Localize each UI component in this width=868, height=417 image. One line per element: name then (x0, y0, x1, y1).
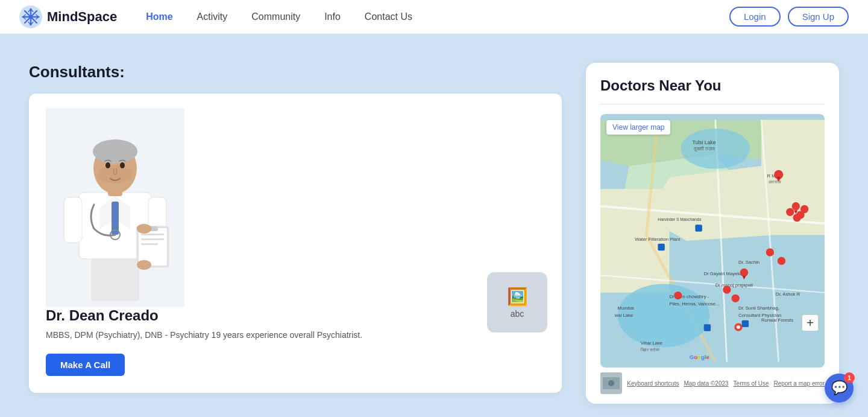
svg-rect-26 (64, 197, 82, 243)
map-zoom-plus-button[interactable]: + (802, 314, 819, 331)
svg-text:Tulsi Lake: Tulsi Lake (693, 139, 716, 145)
navbar: MindSpace Home Activity Community Info C… (0, 0, 868, 34)
svg-text:तुळशी तलाव: तुळशी तलाव (693, 146, 715, 152)
abc-badge: 🖼️ abc (487, 272, 547, 333)
nav-actions: Login Sign Up (729, 7, 849, 27)
nav-community[interactable]: Community (251, 11, 300, 22)
abc-text: abc (511, 309, 524, 319)
terms-of-use-link[interactable]: Terms of Use (734, 380, 769, 387)
svg-point-78 (740, 269, 748, 276)
keyboard-shortcuts-link[interactable]: Keyboard shortcuts (627, 380, 679, 387)
brand: MindSpace (19, 5, 117, 28)
svg-point-76 (766, 248, 774, 256)
doctor-image (46, 108, 184, 307)
svg-point-25 (120, 162, 125, 168)
svg-point-22 (93, 139, 137, 164)
chat-bubble-button[interactable]: 💬 1 (825, 374, 854, 403)
view-larger-map-button[interactable]: View larger map (606, 120, 670, 135)
svg-point-80 (731, 294, 739, 302)
login-button[interactable]: Login (729, 7, 781, 27)
svg-rect-31 (141, 238, 164, 240)
doctor-credentials: MBBS, DPM (Psychiatry), DNB - Psychiatry… (46, 329, 545, 342)
brand-name: MindSpace (47, 9, 117, 25)
svg-point-74 (786, 208, 794, 216)
svg-point-49 (681, 129, 750, 169)
left-column: Consultants: (29, 63, 562, 393)
nav-contact[interactable]: Contact Us (365, 11, 412, 22)
svg-point-77 (778, 257, 785, 265)
map-title: Doctors Near You (600, 77, 825, 94)
svg-text:Harvinder S Manchanda: Harvinder S Manchanda (658, 217, 701, 221)
map-card: Doctors Near You (586, 63, 839, 404)
svg-text:Mumbai: Mumbai (618, 305, 634, 311)
abc-icon: 🖼️ (507, 287, 528, 307)
svg-text:Dr. Sachin: Dr. Sachin (738, 259, 760, 265)
map-footer-thumbnail (600, 372, 622, 394)
svg-text:Dr Gayatri Mayekar: Dr Gayatri Mayekar (704, 271, 744, 276)
nav-activity[interactable]: Activity (197, 11, 228, 22)
svg-point-94 (608, 380, 614, 386)
svg-rect-90 (658, 244, 664, 250)
brand-logo-icon (19, 5, 42, 28)
map-data-link: Map data ©2023 (684, 380, 729, 387)
consultant-card: 🖼️ abc Dr. Dean Creado MBBS, DPM (Psychi… (29, 94, 562, 393)
main-content: Consultants: (0, 34, 868, 417)
svg-text:Dr. Ashok R: Dr. Ashok R (776, 291, 800, 297)
doctor-name: Dr. Dean Creado (46, 307, 545, 324)
svg-rect-30 (141, 234, 164, 235)
svg-text:Dr manoj prajapati: Dr manoj prajapati (715, 282, 753, 288)
right-column: Doctors Near You (586, 63, 839, 404)
map-container: Tulsi Lake तुळशी तलाव Mumbai wai Lake Vi… (600, 114, 825, 368)
map-svg: Tulsi Lake तुळशी तलाव Mumbai wai Lake Vi… (600, 114, 825, 368)
chat-icon: 💬 (831, 380, 848, 396)
svg-point-87 (737, 325, 740, 329)
map-footer-links: Keyboard shortcuts Map data ©2023 Terms … (627, 380, 825, 387)
svg-text:Dr. Sunil Shanbhag,: Dr. Sunil Shanbhag, (738, 305, 779, 311)
report-map-error-link[interactable]: Report a map error (774, 380, 825, 387)
svg-point-75 (793, 214, 801, 221)
svg-rect-32 (141, 243, 158, 245)
svg-point-81 (674, 291, 682, 299)
svg-point-71 (792, 202, 800, 210)
svg-point-35 (137, 260, 151, 270)
svg-text:Water Filteration Plant: Water Filteration Plant (635, 237, 681, 242)
svg-rect-89 (742, 320, 749, 327)
svg-text:Runwal Forests: Runwal Forests (761, 317, 793, 323)
chat-badge: 1 (844, 372, 855, 383)
nav-info[interactable]: Info (324, 11, 341, 22)
signup-button[interactable]: Sign Up (788, 7, 849, 27)
map-divider (600, 104, 825, 104)
consultants-title: Consultants: (29, 63, 562, 81)
svg-rect-91 (695, 224, 702, 231)
svg-text:Vihar Lake: Vihar Lake (641, 340, 662, 346)
svg-text:Google: Google (690, 354, 709, 360)
svg-text:wai Lake: wai Lake (614, 313, 633, 318)
nav-links: Home Activity Community Info Contact Us (146, 11, 729, 22)
nav-home[interactable]: Home (146, 11, 172, 22)
make-call-button[interactable]: Make A Call (46, 354, 125, 376)
svg-point-34 (137, 224, 151, 234)
svg-rect-88 (704, 324, 711, 331)
svg-text:विहार सरोवर: विहार सरोवर (640, 347, 660, 352)
svg-text:Piles, Hernia, Varicose...: Piles, Hernia, Varicose... (669, 301, 719, 307)
svg-point-79 (723, 285, 731, 293)
map-footer: Keyboard shortcuts Map data ©2023 Terms … (600, 368, 825, 394)
svg-point-24 (105, 162, 110, 168)
